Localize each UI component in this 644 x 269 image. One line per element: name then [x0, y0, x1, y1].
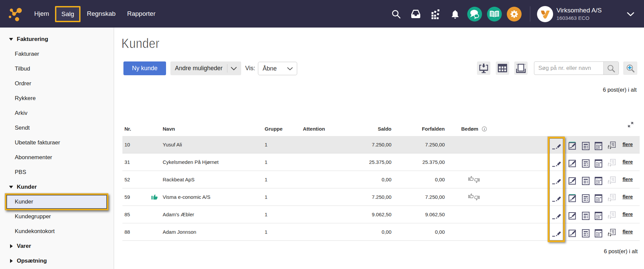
- svg-text:i: i: [484, 127, 485, 131]
